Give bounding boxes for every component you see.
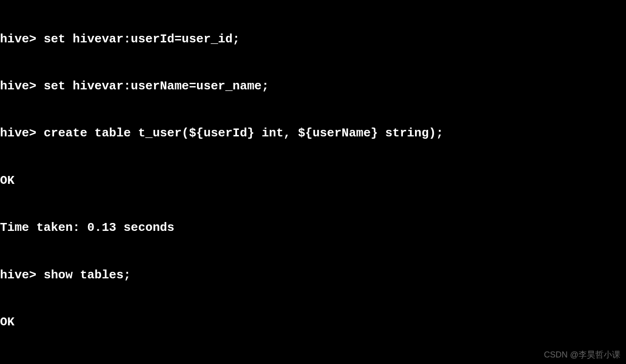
prompt: hive> xyxy=(0,268,44,282)
watermark-text: CSDN @李昊哲小课 xyxy=(544,350,620,360)
prompt: hive> xyxy=(0,32,44,46)
command-text: set hivevar:userId=user_id; xyxy=(44,32,240,46)
prompt: hive> xyxy=(0,126,44,140)
terminal-output[interactable]: hive> set hivevar:userId=user_id; hive> … xyxy=(0,0,626,364)
output-line: t_user xyxy=(0,362,626,364)
command-text: set hivevar:userName=user_name; xyxy=(44,79,269,93)
command-text: show tables; xyxy=(44,268,131,282)
command-text: create table t_user(${userId} int, ${use… xyxy=(44,126,443,140)
output-line: Time taken: 0.13 seconds xyxy=(0,220,626,236)
output-line: OK xyxy=(0,315,626,330)
output-line: OK xyxy=(0,173,626,189)
prompt: hive> xyxy=(0,79,44,93)
